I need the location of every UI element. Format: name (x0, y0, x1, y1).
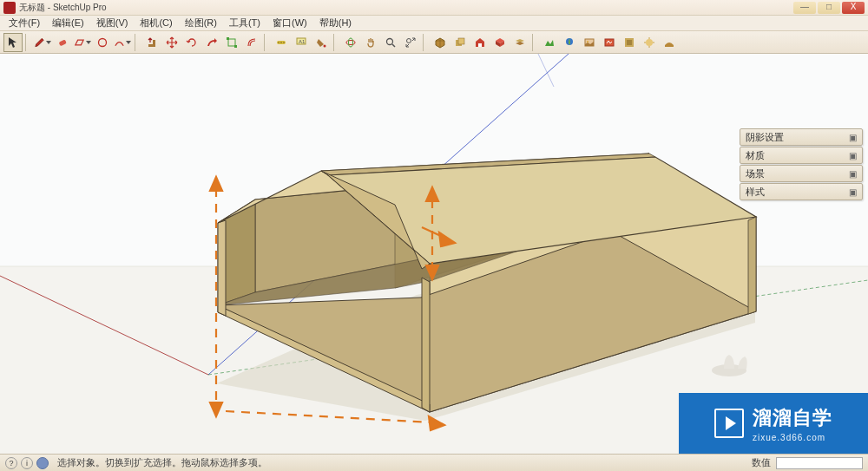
text-tool-icon[interactable]: A1 (292, 33, 311, 52)
svg-point-1 (99, 38, 107, 46)
svg-rect-19 (478, 43, 482, 47)
select-tool-icon[interactable] (3, 33, 23, 52)
svg-point-16 (407, 38, 411, 43)
svg-point-14 (387, 38, 393, 44)
play-icon (714, 409, 744, 438)
preview-model-icon[interactable] (600, 33, 619, 52)
status-bar: ? i 选择对象。切换到扩充选择。拖动鼠标选择多项。 数值 (0, 454, 868, 471)
info-icon[interactable]: i (21, 457, 33, 469)
svg-point-11 (324, 44, 326, 47)
panel-toggle-icon[interactable]: ▣ (849, 187, 857, 197)
orbit-tool-icon[interactable] (341, 33, 360, 52)
menu-view[interactable]: 视图(V) (91, 16, 134, 30)
tape-measure-tool-icon[interactable] (272, 33, 291, 52)
offset-tool-icon[interactable] (242, 33, 261, 52)
photo-textures-icon[interactable] (580, 33, 599, 52)
svg-point-22 (587, 41, 589, 43)
toggle-terrain-icon[interactable] (540, 33, 559, 52)
svg-marker-51 (748, 217, 756, 314)
zoom-tool-icon[interactable] (381, 33, 400, 52)
menu-help[interactable]: 帮助(H) (314, 16, 357, 30)
sandbox-icon[interactable] (660, 33, 679, 52)
add-location-icon[interactable] (560, 33, 579, 52)
svg-point-12 (346, 40, 355, 44)
window-controls: — □ X (793, 2, 865, 14)
menu-camera[interactable]: 相机(C) (135, 16, 177, 30)
panel-materials[interactable]: 材质 ▣ (740, 147, 863, 164)
measurements-box: 数值 (752, 456, 863, 469)
panel-shadows[interactable]: 阴影设置 ▣ (740, 128, 863, 146)
svg-marker-46 (422, 278, 430, 412)
menu-bar: 文件(F) 编辑(E) 视图(V) 相机(C) 绘图(R) 工具(T) 窗口(W… (0, 16, 868, 31)
svg-point-28 (646, 39, 653, 46)
close-button[interactable]: X (842, 2, 865, 14)
svg-rect-0 (59, 39, 67, 46)
model-info-icon[interactable] (620, 33, 639, 52)
component-tool-icon[interactable] (431, 33, 450, 52)
panel-toggle-icon[interactable]: ▣ (849, 133, 857, 142)
pan-tool-icon[interactable] (361, 33, 380, 52)
measurements-label: 数值 (752, 456, 771, 469)
panel-toggle-icon[interactable]: ▣ (849, 169, 857, 179)
toolbar: A1 (0, 31, 868, 54)
svg-marker-45 (218, 220, 226, 316)
window-title: 无标题 - SketchUp Pro (19, 2, 793, 14)
menu-window[interactable]: 窗口(W) (267, 16, 312, 30)
menu-file[interactable]: 文件(F) (3, 16, 45, 30)
help-icon[interactable]: ? (5, 457, 17, 469)
menu-edit[interactable]: 编辑(E) (47, 16, 89, 30)
rotate-tool-icon[interactable] (182, 33, 201, 52)
push-pull-tool-icon[interactable] (142, 33, 161, 52)
title-bar: 无标题 - SketchUp Pro — □ X (0, 0, 868, 16)
panel-scenes[interactable]: 场景 ▣ (740, 165, 863, 182)
user-icon[interactable] (36, 457, 49, 469)
svg-rect-2 (228, 39, 235, 46)
group-tool-icon[interactable] (450, 33, 470, 52)
arc-tool-icon[interactable] (113, 33, 132, 52)
circle-tool-icon[interactable] (93, 33, 112, 52)
3d-warehouse-icon[interactable] (470, 33, 490, 52)
solar-north-icon[interactable] (640, 33, 659, 52)
chevron-down-icon (126, 41, 131, 44)
paint-bucket-tool-icon[interactable] (312, 33, 331, 52)
layers-tool-icon[interactable] (510, 33, 529, 52)
panels-stack: 阴影设置 ▣ 材质 ▣ 场景 ▣ 样式 ▣ (740, 128, 863, 200)
menu-draw[interactable]: 绘图(R) (180, 16, 222, 30)
svg-text:A1: A1 (299, 39, 306, 44)
menu-tools[interactable]: 工具(T) (224, 16, 266, 30)
app-icon (3, 2, 16, 14)
extension-warehouse-icon[interactable] (490, 33, 510, 52)
svg-rect-18 (458, 38, 464, 44)
zoom-extents-tool-icon[interactable] (401, 33, 420, 52)
watermark: 溜溜自学 zixue.3d66.com (679, 393, 868, 454)
svg-rect-3 (227, 37, 229, 40)
pencil-tool-icon[interactable] (33, 33, 52, 52)
maximize-button[interactable]: □ (818, 2, 840, 14)
panel-styles[interactable]: 样式 ▣ (740, 183, 863, 200)
panel-toggle-icon[interactable]: ▣ (849, 151, 857, 160)
status-hint: 选择对象。切换到扩充选择。拖动鼠标选择多项。 (57, 456, 752, 469)
move-tool-icon[interactable] (162, 33, 181, 52)
scale-tool-icon[interactable] (222, 33, 241, 52)
svg-line-15 (392, 44, 395, 47)
minimize-button[interactable]: — (793, 2, 816, 14)
rectangle-tool-icon[interactable] (73, 33, 92, 52)
svg-point-13 (349, 38, 353, 47)
follow-me-tool-icon[interactable] (202, 33, 221, 52)
measurements-input[interactable] (776, 457, 863, 469)
chevron-down-icon (86, 41, 91, 44)
chevron-down-icon (46, 41, 51, 44)
eraser-tool-icon[interactable] (53, 33, 72, 52)
svg-rect-4 (234, 45, 237, 48)
